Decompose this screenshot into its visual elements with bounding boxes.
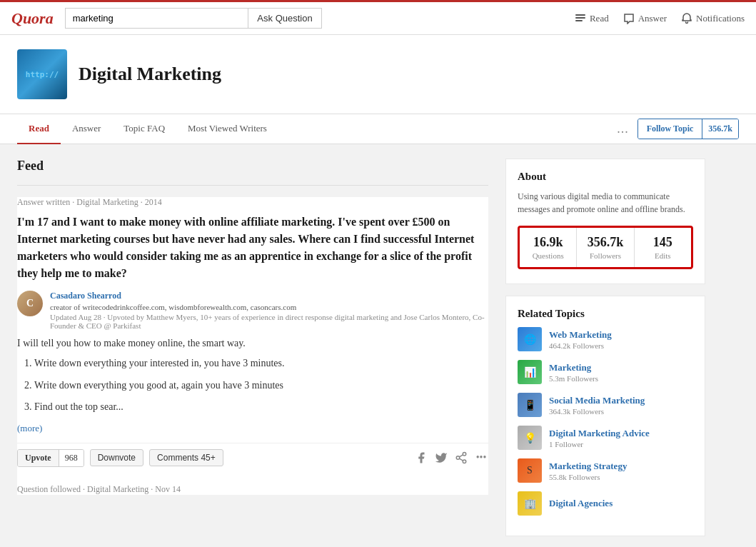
related-topic-item[interactable]: 🏢 Digital Agencies: [518, 491, 693, 516]
related-topic-image: 📊: [518, 360, 542, 384]
more-link[interactable]: (more): [17, 423, 488, 434]
related-topic-name[interactable]: Social Media Marketing: [549, 395, 693, 406]
follow-count: 356.7k: [702, 119, 738, 139]
nav-links: Read Answer Notifications: [575, 13, 745, 24]
related-topic-image: 🌐: [518, 327, 542, 351]
svg-point-5: [463, 460, 466, 463]
twitter-icon[interactable]: [434, 451, 448, 465]
author-name[interactable]: Casadaro Shearrod: [50, 291, 121, 301]
answer-icon: [623, 13, 635, 24]
nav-answer[interactable]: Answer: [623, 13, 667, 24]
tab-faq[interactable]: Topic FAQ: [112, 114, 176, 144]
svg-line-6: [459, 458, 463, 461]
author-info: Casadaro Shearrod creator of writecodedr…: [50, 291, 488, 330]
upvote-label[interactable]: Upvote: [18, 450, 59, 466]
related-topic-followers: 364.3k Followers: [549, 407, 693, 416]
answer-intro: I will tell you how to make money online…: [17, 336, 488, 351]
list-item: Write down everything you good at, again…: [34, 378, 488, 393]
facebook-icon[interactable]: [414, 451, 428, 465]
tab-read[interactable]: Read: [17, 114, 61, 144]
related-topics-title: Related Topics: [518, 308, 693, 320]
edits-count: 145: [640, 235, 685, 250]
tab-right-actions: ... Follow Topic 356.7k: [617, 119, 739, 139]
related-topic-item[interactable]: S Marketing Strategy 55.8k Followers: [518, 458, 693, 483]
related-topic-info: Social Media Marketing 364.3k Followers: [549, 395, 693, 416]
nav-notifications[interactable]: Notifications: [681, 13, 745, 24]
related-topic-info: Digital Agencies: [549, 498, 693, 510]
header: Quora Ask Question Read Answer Notificat…: [0, 0, 756, 35]
answer-meta: Answer written · Digital Marketing · 201…: [17, 197, 488, 208]
nav-read[interactable]: Read: [575, 13, 609, 24]
tab-bar: Read Answer Topic FAQ Most Viewed Writer…: [0, 114, 756, 144]
downvote-button[interactable]: Downvote: [90, 449, 143, 466]
topic-header: http:// Digital Marketing: [0, 35, 756, 114]
nav-answer-label: Answer: [638, 13, 667, 24]
read-icon: [575, 13, 586, 24]
about-text: Using various digital media to communica…: [518, 190, 693, 216]
upvote-button[interactable]: Upvote 968: [17, 449, 84, 467]
more-actions-icon[interactable]: •••: [474, 451, 488, 465]
follow-topic-button[interactable]: Follow Topic 356.7k: [637, 119, 739, 139]
author-row: C Casadaro Shearrod creator of writecode…: [17, 291, 488, 330]
upvote-count: 968: [59, 450, 84, 466]
share-icon[interactable]: [454, 451, 468, 465]
related-topic-item[interactable]: 📱 Social Media Marketing 364.3k Follower…: [518, 393, 693, 417]
feed-divider: [17, 185, 488, 186]
answer-card: Answer written · Digital Marketing · 201…: [17, 197, 488, 495]
related-topic-name[interactable]: Digital Agencies: [549, 498, 693, 509]
svg-point-4: [456, 456, 460, 460]
related-topic-info: Marketing 5.3m Followers: [549, 362, 693, 383]
related-topic-name[interactable]: Marketing: [549, 362, 693, 373]
related-topic-item[interactable]: 💡 Digital Marketing Advice 1 Follower: [518, 426, 693, 450]
ask-question-button[interactable]: Ask Question: [248, 8, 321, 29]
nav-read-label: Read: [590, 13, 609, 24]
related-topic-item[interactable]: 🌐 Web Marketing 464.2k Followers: [518, 327, 693, 351]
stat-followers: 356.7k Followers: [577, 228, 634, 267]
related-topics-section: Related Topics 🌐 Web Marketing 464.2k Fo…: [505, 296, 705, 536]
action-bar: Upvote 968 Downvote Comments 45+ •••: [17, 443, 488, 473]
topic-image-text: http://: [26, 70, 59, 79]
related-topic-followers: 5.3m Followers: [549, 374, 693, 383]
tab-answer[interactable]: Answer: [61, 114, 112, 144]
about-section: About Using various digital media to com…: [505, 159, 705, 284]
svg-line-7: [459, 455, 463, 457]
topic-title: Digital Marketing: [79, 64, 221, 85]
follow-label[interactable]: Follow Topic: [638, 119, 702, 139]
stat-questions: 16.9k Questions: [520, 228, 577, 267]
related-topic-info: Digital Marketing Advice 1 Follower: [549, 428, 693, 448]
stats-grid: 16.9k Questions 356.7k Followers 145 Edi…: [518, 226, 693, 269]
related-topic-info: Marketing Strategy 55.8k Followers: [549, 461, 693, 481]
search-input[interactable]: [65, 8, 248, 29]
list-item: Write down everything your interested in…: [34, 356, 488, 371]
nav-notifications-label: Notifications: [696, 13, 745, 24]
updated-text: Updated Aug 28 · Upvoted by Matthew Myer…: [50, 313, 488, 330]
comments-button[interactable]: Comments 45+: [149, 449, 223, 466]
followers-count: 356.7k: [583, 235, 628, 250]
followers-label: Followers: [583, 251, 628, 260]
answer-body: I will tell you how to make money online…: [17, 336, 488, 416]
svg-rect-0: [575, 14, 585, 16]
related-topic-image: 🏢: [518, 491, 542, 516]
sidebar: About Using various digital media to com…: [505, 159, 705, 547]
related-topic-item[interactable]: 📊 Marketing 5.3m Followers: [518, 360, 693, 384]
related-topic-image: S: [518, 458, 542, 483]
quora-logo[interactable]: Quora: [11, 9, 54, 28]
stat-edits: 145 Edits: [635, 228, 691, 267]
bell-icon: [681, 13, 692, 24]
author-desc: creator of writecodedrinkcoffee.com, wis…: [50, 303, 488, 311]
author-avatar: C: [17, 291, 43, 316]
related-topic-image: 📱: [518, 393, 542, 417]
feed-title: Feed: [17, 159, 488, 174]
related-topic-name[interactable]: Marketing Strategy: [549, 461, 693, 472]
more-options[interactable]: ...: [617, 121, 629, 136]
related-topic-name[interactable]: Digital Marketing Advice: [549, 428, 693, 439]
main-layout: Feed Answer written · Digital Marketing …: [0, 144, 756, 547]
answer-question[interactable]: I'm 17 and I want to make money with onl…: [17, 214, 488, 282]
tab-writers[interactable]: Most Viewed Writers: [176, 114, 278, 144]
related-topic-followers: 464.2k Followers: [549, 341, 693, 350]
related-topic-image: 💡: [518, 426, 542, 450]
related-topic-name[interactable]: Web Marketing: [549, 329, 693, 341]
list-item: Find out the top sear...: [34, 399, 488, 415]
topic-image: http://: [17, 49, 67, 99]
related-topic-followers: 1 Follower: [549, 440, 693, 448]
